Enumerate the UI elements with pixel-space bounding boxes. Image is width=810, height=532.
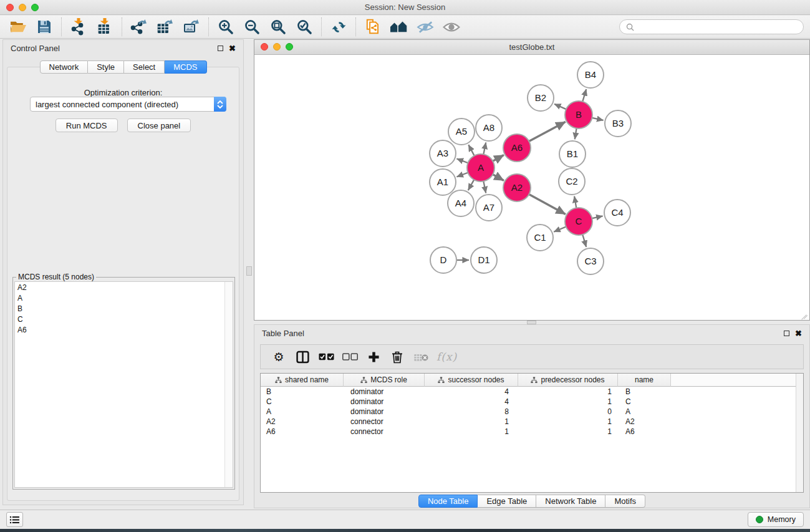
node-B3[interactable]: B3 — [605, 110, 631, 137]
edge-A6-B[interactable] — [529, 122, 565, 141]
resize-grip-icon[interactable] — [799, 310, 808, 319]
table-row[interactable]: Cdominator41C — [261, 397, 803, 407]
node-D[interactable]: D — [430, 247, 456, 273]
memory-button[interactable]: Memory — [748, 512, 804, 527]
edge-A-A4[interactable] — [468, 180, 474, 190]
close-panel-button[interactable]: Close panel — [127, 118, 191, 132]
run-mcds-button[interactable]: Run MCDS — [55, 118, 118, 132]
edge-A-A8[interactable] — [483, 143, 486, 155]
tab-node-table[interactable]: Node Table — [418, 495, 478, 508]
edge-A-A1[interactable] — [456, 173, 468, 177]
close-panel-icon[interactable]: ✖ — [229, 44, 236, 52]
node-A2[interactable]: A2 — [503, 174, 531, 201]
mcds-result-list[interactable]: A2ABCA6 — [14, 281, 233, 488]
column-header-name[interactable]: name — [618, 374, 671, 387]
edge-A-A6[interactable] — [493, 155, 504, 162]
mcds-result-item[interactable]: A2 — [15, 282, 233, 293]
node-A7[interactable]: A7 — [476, 195, 502, 221]
optimization-criterion-select[interactable]: largest connected component (directed) — [30, 97, 226, 112]
export-image-icon[interactable] — [181, 17, 202, 36]
node-A3[interactable]: A3 — [430, 140, 456, 167]
add-column-icon[interactable] — [365, 348, 382, 365]
network-close-button[interactable] — [261, 43, 268, 51]
table-row[interactable]: Bdominator41B — [261, 387, 803, 397]
node-B4[interactable]: B4 — [577, 62, 604, 88]
tab-style[interactable]: Style — [88, 60, 124, 74]
tab-mcds[interactable]: MCDS — [165, 60, 206, 74]
close-window-button[interactable] — [6, 4, 14, 11]
node-B[interactable]: B — [565, 101, 592, 128]
mcds-result-item[interactable]: B — [15, 303, 233, 314]
first-neighbors-icon[interactable] — [388, 17, 410, 36]
node-B1[interactable]: B1 — [559, 141, 586, 167]
node-C1[interactable]: C1 — [527, 225, 553, 251]
tab-network[interactable]: Network — [39, 60, 88, 74]
node-C4[interactable]: C4 — [604, 200, 630, 226]
minimize-window-button[interactable] — [19, 4, 26, 11]
node-A1[interactable]: A1 — [430, 169, 456, 195]
network-window-title-bar[interactable]: testGlobe.txt — [254, 40, 809, 55]
gear-icon[interactable]: ⚙ — [271, 348, 287, 365]
edge-A-A3[interactable] — [456, 158, 468, 163]
node-A5[interactable]: A5 — [448, 118, 475, 145]
float-table-panel-icon[interactable] — [784, 331, 789, 336]
export-network-icon[interactable] — [128, 17, 150, 36]
edge-A-A2[interactable] — [493, 175, 504, 181]
table-row[interactable]: Adominator80A — [261, 407, 803, 417]
deselect-all-rows-icon[interactable] — [342, 348, 358, 365]
open-session-icon[interactable] — [7, 17, 29, 36]
network-maximize-button[interactable] — [286, 43, 293, 51]
column-header-successor-nodes[interactable]: successor nodes — [425, 374, 518, 387]
delete-column-icon[interactable] — [389, 348, 405, 365]
task-history-button[interactable] — [6, 512, 23, 527]
new-network-from-selection-icon[interactable] — [362, 17, 383, 36]
node-D1[interactable]: D1 — [471, 247, 497, 273]
show-all-icon[interactable] — [441, 17, 462, 36]
network-graph[interactable]: B4B2BB3A5A8A6A3B1AA1C2A2A4A7C4CC1C3DD1 — [254, 55, 809, 320]
zoom-fit-icon[interactable] — [268, 17, 289, 36]
save-session-icon[interactable] — [34, 17, 55, 36]
edge-C-C2[interactable] — [574, 196, 576, 208]
edge-C-C1[interactable] — [554, 227, 566, 232]
edge-A-A7[interactable] — [483, 181, 486, 193]
edge-B-B2[interactable] — [554, 104, 566, 109]
node-A4[interactable]: A4 — [448, 190, 474, 216]
refresh-layout-icon[interactable] — [328, 17, 349, 36]
edge-C-C3[interactable] — [582, 235, 586, 247]
column-header-MCDS-role[interactable]: MCDS role — [344, 374, 425, 387]
edge-B-B3[interactable] — [592, 118, 603, 120]
export-table-icon[interactable] — [155, 17, 176, 36]
network-minimize-button[interactable] — [273, 43, 281, 51]
tab-network-table[interactable]: Network Table — [536, 495, 605, 508]
table-row[interactable]: A6connector11A6 — [261, 427, 803, 437]
tab-edge-table[interactable]: Edge Table — [478, 495, 536, 508]
import-network-icon[interactable] — [68, 17, 89, 36]
table-scrollbar[interactable] — [796, 374, 803, 492]
edge-B-B1[interactable] — [575, 128, 577, 140]
node-C[interactable]: C — [565, 208, 592, 235]
edge-C-C4[interactable] — [592, 216, 602, 218]
float-panel-icon[interactable] — [218, 46, 223, 51]
edge-A2-C[interactable] — [529, 195, 566, 215]
node-A8[interactable]: A8 — [476, 115, 502, 141]
node-A[interactable]: A — [467, 154, 494, 181]
zoom-out-icon[interactable] — [241, 17, 263, 36]
node-C3[interactable]: C3 — [577, 248, 604, 274]
node-B2[interactable]: B2 — [528, 85, 554, 111]
edge-A-A5[interactable] — [468, 145, 474, 155]
mcds-result-item[interactable]: A6 — [15, 324, 233, 335]
split-columns-icon[interactable] — [294, 348, 311, 365]
zoom-in-icon[interactable] — [215, 17, 236, 36]
search-input[interactable] — [638, 22, 797, 31]
select-all-rows-icon[interactable] — [318, 348, 334, 365]
tab-select[interactable]: Select — [124, 60, 165, 74]
maximize-window-button[interactable] — [31, 4, 39, 11]
mcds-result-scrollbar[interactable] — [224, 282, 233, 487]
column-header-shared-name[interactable]: shared name — [261, 374, 344, 387]
search-box[interactable] — [619, 19, 804, 34]
node-A6[interactable]: A6 — [503, 134, 531, 162]
edge-B-B4[interactable] — [582, 89, 586, 102]
import-table-icon[interactable] — [94, 17, 115, 36]
node-C2[interactable]: C2 — [559, 168, 585, 195]
mcds-result-item[interactable]: A — [15, 293, 233, 303]
